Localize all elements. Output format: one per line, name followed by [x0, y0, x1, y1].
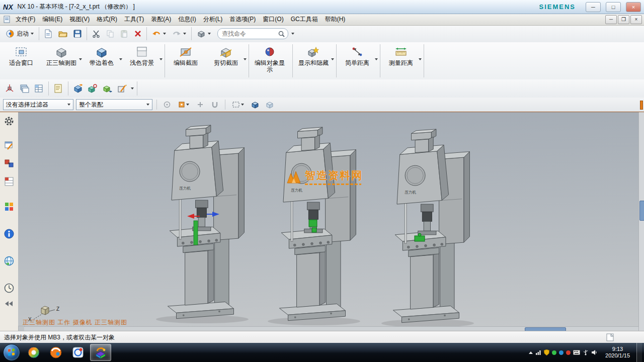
note-button[interactable] — [52, 82, 65, 95]
chevron-down-icon[interactable] — [119, 58, 122, 60]
new-file-button[interactable] — [42, 27, 55, 40]
menu-tools[interactable]: 工具(T) — [121, 14, 147, 25]
chevron-down-icon[interactable] — [159, 58, 163, 60]
isometric-view-button[interactable]: 正三轴测图 — [42, 42, 83, 79]
vertical-scrollbar[interactable] — [638, 112, 644, 331]
chevron-down-icon[interactable] — [244, 58, 247, 60]
menu-information[interactable]: 信息(I) — [175, 14, 199, 25]
edit-section-button[interactable]: 编辑截面 — [167, 42, 207, 79]
press-model-1[interactable] — [168, 125, 244, 319]
keyboard-icon[interactable] — [573, 350, 580, 355]
close-button[interactable]: × — [626, 2, 641, 12]
part-navigator-icon[interactable] — [3, 175, 15, 188]
vertical-scroll-thumb[interactable] — [639, 201, 644, 221]
toolbar-handle[interactable] — [640, 101, 643, 110]
start-button[interactable] — [3, 344, 20, 361]
pattern-component-button[interactable] — [101, 82, 114, 95]
taskbar-browser2-button[interactable] — [46, 344, 66, 360]
search-input[interactable] — [221, 30, 278, 38]
copy-button[interactable] — [104, 27, 117, 40]
menu-help[interactable]: 帮助(H) — [321, 14, 349, 25]
selection-filter-combo[interactable]: 没有选择过滤器 — [3, 99, 73, 110]
chevron-down-icon[interactable] — [331, 58, 334, 60]
menu-window[interactable]: 窗口(O) — [259, 14, 287, 25]
chevron-down-icon[interactable] — [131, 87, 134, 89]
assembly-navigator-icon[interactable] — [3, 139, 15, 151]
toolbar-options-icon[interactable] — [291, 33, 294, 35]
clip-section-button[interactable]: 剪切截面 — [207, 42, 247, 79]
start-menu-button[interactable]: 启动 — [3, 27, 36, 40]
menu-gc-toolbox[interactable]: GC工具箱 — [287, 14, 321, 25]
edit-component-button[interactable] — [115, 82, 128, 95]
blue-status-icon[interactable] — [559, 350, 564, 355]
viewport-canvas[interactable]: 压力机 — [18, 112, 639, 326]
point-method-button[interactable] — [176, 99, 192, 110]
cut-button[interactable] — [90, 27, 103, 40]
shield-icon[interactable] — [544, 349, 549, 355]
reuse-library-icon[interactable] — [3, 201, 15, 213]
menu-view[interactable]: 视图(V) — [66, 14, 93, 25]
taskbar-browser-button[interactable] — [24, 344, 44, 360]
hidden-icons-icon[interactable] — [529, 351, 533, 354]
fit-window-button[interactable]: 适合窗口 — [2, 42, 42, 79]
status-page-icon[interactable] — [606, 333, 614, 341]
wireframe-select-button[interactable] — [264, 99, 276, 110]
menu-edit[interactable]: 编辑(E) — [39, 14, 66, 25]
usb-icon[interactable] — [583, 349, 589, 355]
datum-csys-button[interactable] — [3, 82, 16, 95]
red-status-icon[interactable] — [566, 350, 571, 355]
settings-gear-icon[interactable] — [3, 115, 15, 127]
show-desktop-button[interactable] — [636, 343, 642, 362]
press-model-2[interactable] — [279, 127, 356, 321]
undo-button[interactable] — [149, 27, 169, 40]
mdi-restore-button[interactable]: ❐ — [618, 15, 629, 24]
mdi-close-button[interactable]: × — [630, 15, 642, 24]
add-snap-button[interactable] — [194, 99, 206, 110]
menu-format[interactable]: 格式(R) — [93, 14, 121, 25]
chevron-down-icon[interactable] — [419, 58, 422, 60]
taskbar-nx-button[interactable] — [90, 344, 111, 361]
delete-button[interactable] — [132, 27, 144, 40]
view-tool-button[interactable] — [194, 27, 213, 40]
maximize-button[interactable]: □ — [606, 2, 621, 12]
magnet-snap-button[interactable] — [209, 99, 221, 110]
minimize-button[interactable]: ─ — [586, 2, 601, 12]
constraint-navigator-icon[interactable] — [3, 157, 15, 169]
shaded-edges-button[interactable]: 带边着色 — [83, 42, 123, 79]
menu-analysis[interactable]: 分析(L) — [200, 14, 226, 25]
rectangle-select-button[interactable] — [229, 99, 247, 110]
menu-assemblies[interactable]: 装配(A) — [147, 14, 175, 25]
snap-point-button[interactable] — [161, 99, 173, 110]
volume-icon[interactable] — [591, 349, 598, 355]
layer-category-button[interactable] — [32, 82, 45, 95]
menu-preferences[interactable]: 首选项(P) — [226, 14, 259, 25]
assembly-constraint-button[interactable] — [86, 82, 99, 95]
green-status-icon[interactable] — [552, 350, 556, 355]
press-model-3[interactable] — [393, 129, 469, 323]
redo-button[interactable] — [170, 27, 189, 40]
light-background-button[interactable]: 浅色背景 — [123, 42, 163, 79]
taskbar-messenger-button[interactable] — [68, 344, 88, 360]
collapse-icon[interactable] — [3, 300, 15, 307]
show-hide-button[interactable]: 显示和隐藏 — [294, 42, 335, 79]
history-icon[interactable] — [3, 282, 15, 294]
chevron-down-icon[interactable] — [79, 58, 82, 60]
selection-scope-combo[interactable]: 整个装配 — [76, 99, 152, 110]
layers-button[interactable] — [18, 82, 31, 95]
hd3d-tool-icon[interactable] — [3, 228, 15, 240]
paste-button[interactable] — [118, 27, 131, 40]
move-component-button[interactable] — [71, 82, 85, 95]
web-browser-icon[interactable] — [3, 255, 15, 267]
measure-distance-button[interactable]: 测量距离 — [382, 42, 422, 79]
open-button[interactable] — [56, 27, 70, 40]
command-finder[interactable] — [217, 28, 288, 39]
shaded-select-button[interactable] — [249, 99, 261, 110]
simple-distance-button[interactable]: 简单距离 — [338, 42, 378, 79]
mdi-minimize-button[interactable]: ─ — [605, 15, 617, 24]
graphics-window[interactable]: 压力机 — [18, 112, 639, 331]
edit-object-display-button[interactable]: 编辑对象显示 — [251, 42, 291, 79]
chevron-down-icon[interactable] — [375, 58, 378, 60]
network-icon[interactable] — [535, 349, 541, 355]
menu-file[interactable]: 文件(F) — [12, 14, 39, 25]
save-button[interactable] — [71, 27, 84, 40]
